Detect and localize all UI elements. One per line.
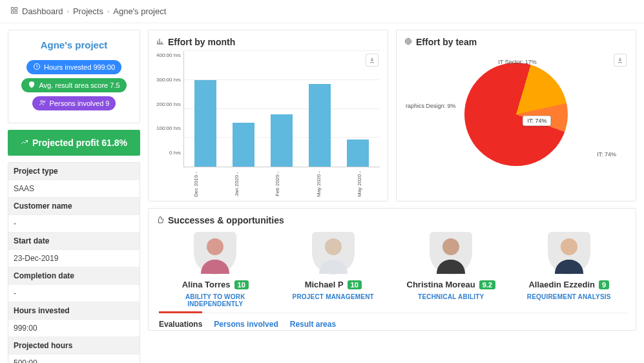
fact-label-start-date: Start date <box>8 233 140 250</box>
clock-icon <box>33 63 41 72</box>
successes-title: Successes & opportunities <box>168 215 284 225</box>
person-card[interactable]: Christina Moreau9.2 TECHNICAL ABILITY <box>396 229 506 307</box>
x-tick: May 2020 - <box>316 171 322 197</box>
shield-icon <box>28 81 36 90</box>
y-tick: 100:00 hrs <box>156 125 181 131</box>
fact-label-project-type: Project type <box>8 163 140 180</box>
breadcrumb: Dashboard › Projects › Agne's project <box>0 0 644 23</box>
person-card[interactable]: Michael P10 PROJECT MANAGEMENT <box>278 229 388 307</box>
fact-label-completion-date: Completion date <box>8 267 140 285</box>
chevron-right-icon: › <box>107 8 109 15</box>
avatar <box>548 232 590 275</box>
successes-opportunities-panel: Successes & opportunities Alina Torres10… <box>148 208 636 331</box>
breadcrumb-current: Agne's project <box>113 6 166 16</box>
fact-value-completion-date: - <box>8 285 140 302</box>
person-name: Christina Moreau <box>407 280 475 289</box>
fact-value-customer-name: - <box>8 215 140 233</box>
y-tick: 200:00 hrs <box>156 101 181 107</box>
svg-rect-2 <box>12 11 14 14</box>
tab-result-areas[interactable]: Result areas <box>290 320 336 330</box>
hours-invested-badge: Hours invested 999:00 <box>26 60 121 74</box>
fact-label-hours-invested: Hours invested <box>8 302 140 320</box>
fact-value-start-date: 23-Dec-2019 <box>8 250 140 267</box>
bar <box>233 123 254 167</box>
effort-by-month-panel: Effort by month 400:00 hrs300:00 hrs200:… <box>148 30 388 202</box>
person-name: Alina Torres <box>182 280 231 289</box>
bar <box>194 80 216 167</box>
svg-rect-0 <box>12 8 14 10</box>
hours-invested-text: Hours invested 999:00 <box>44 63 115 71</box>
person-skill: TECHNICAL ABILITY <box>396 293 506 300</box>
x-tick: Feb 2020 - <box>275 171 280 197</box>
avatar <box>194 232 236 275</box>
person-score: 10 <box>348 280 362 289</box>
person-card[interactable]: Allaedin Ezzedin9 REQUIREMENT ANALYSIS <box>514 229 624 307</box>
svg-point-9 <box>408 41 409 42</box>
svg-point-12 <box>442 238 459 255</box>
pie-tooltip: IT: 74% <box>523 116 551 126</box>
tabs: Evaluations Persons involved Result area… <box>156 313 628 330</box>
x-tick: May 2020 - <box>357 171 362 197</box>
person-name: Allaedin Ezzedin <box>528 280 595 289</box>
person-name: Michael P <box>305 280 344 289</box>
svg-rect-3 <box>15 11 17 14</box>
fact-label-customer-name: Customer name <box>8 198 140 215</box>
svg-rect-1 <box>15 8 17 10</box>
fact-value-projected-hours: 500:00 <box>8 355 140 363</box>
y-tick: 400:00 hrs <box>156 52 181 58</box>
tab-persons-involved[interactable]: Persons involved <box>214 320 278 330</box>
bar <box>347 140 369 167</box>
breadcrumb-projects[interactable]: Projects <box>73 6 103 16</box>
bar <box>309 84 331 167</box>
bar-chart-icon <box>156 37 164 47</box>
fact-value-hours-invested: 999:00 <box>8 320 140 337</box>
effort-by-month-title: Effort by month <box>168 37 235 47</box>
persons-involved-text: Persons involved 9 <box>50 99 110 107</box>
avg-score-text: Avg. result area score 7.5 <box>39 81 119 89</box>
person-skill: PROJECT MANAGEMENT <box>278 293 388 300</box>
effort-by-team-panel: Effort by team IT Sector: 17% raphics De… <box>396 30 636 202</box>
persons-involved-badge: Persons involved 9 <box>32 96 116 110</box>
pie-label-it: IT: 74% <box>597 151 616 158</box>
avg-score-badge: Avg. result area score 7.5 <box>21 78 126 92</box>
project-summary-card: Agne's project Hours invested 999:00 Avg… <box>8 30 140 123</box>
bar-chart: 400:00 hrs300:00 hrs200:00 hrs100:00 hrs… <box>156 51 380 167</box>
svg-point-13 <box>561 238 577 255</box>
users-icon <box>39 99 47 108</box>
projected-profit-banner: Projected profit 61.8% <box>8 130 140 156</box>
thumbs-up-icon <box>156 215 164 225</box>
project-facts: Project type SAAS Customer name - Start … <box>8 162 140 363</box>
pie-chart: IT Sector: 17% raphics Design: 9% IT: 74… <box>404 51 628 177</box>
bar <box>271 114 293 167</box>
person-skill: REQUIREMENT ANALYSIS <box>514 293 624 300</box>
pie-label-it-sector: IT Sector: 17% <box>498 59 536 65</box>
fact-label-projected-hours: Projected hours <box>8 337 140 355</box>
person-score: 10 <box>234 280 249 289</box>
pie-label-graphics-design: raphics Design: 9% <box>406 103 456 109</box>
svg-point-5 <box>41 101 43 103</box>
person-skill: ABILITY TO WORK INDEPENDENTLY <box>160 293 270 307</box>
project-title: Agne's project <box>15 39 133 50</box>
fact-value-project-type: SAAS <box>8 180 140 198</box>
person-score: 9 <box>599 280 609 289</box>
grid-icon <box>10 6 18 16</box>
x-tick: Dec 2019 - <box>193 171 199 197</box>
effort-by-team-title: Effort by team <box>416 37 477 47</box>
person-card[interactable]: Alina Torres10 ABILITY TO WORK INDEPENDE… <box>160 229 270 307</box>
x-tick: Jan 2020 - <box>234 171 240 197</box>
person-score: 9.2 <box>479 280 495 289</box>
avatar <box>430 232 472 275</box>
avatar <box>312 232 355 275</box>
y-tick: 300:00 hrs <box>156 77 181 83</box>
y-tick: 0 hrs <box>156 150 181 156</box>
tab-evaluations[interactable]: Evaluations <box>159 311 202 330</box>
projected-profit-text: Projected profit 61.8% <box>32 138 127 148</box>
chevron-right-icon: › <box>67 8 69 15</box>
breadcrumb-dashboard[interactable]: Dashboard <box>22 6 63 16</box>
trend-up-icon <box>21 138 28 148</box>
target-icon <box>404 37 412 47</box>
svg-point-6 <box>43 101 45 103</box>
svg-point-10 <box>207 238 223 255</box>
svg-point-11 <box>325 238 342 255</box>
